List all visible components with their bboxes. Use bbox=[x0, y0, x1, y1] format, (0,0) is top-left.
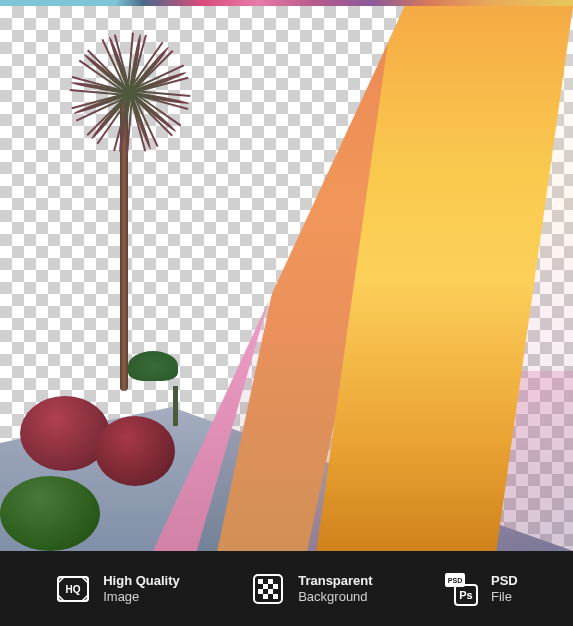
glass-panel-yellow bbox=[316, 6, 573, 551]
svg-rect-5 bbox=[268, 579, 273, 584]
svg-rect-9 bbox=[268, 589, 273, 594]
badge-high-quality: HQ High Quality Image bbox=[55, 571, 180, 607]
badge-hq-line2: Image bbox=[103, 589, 180, 605]
building bbox=[153, 6, 573, 551]
svg-rect-11 bbox=[273, 594, 278, 599]
badge-transparent-line1: Transparent bbox=[298, 573, 372, 589]
bush-red-2 bbox=[95, 416, 175, 486]
svg-rect-10 bbox=[263, 594, 268, 599]
badge-transparent: Transparent Background bbox=[250, 571, 372, 607]
svg-rect-8 bbox=[258, 589, 263, 594]
badge-psd-line2: File bbox=[491, 589, 518, 605]
svg-rect-7 bbox=[273, 584, 278, 589]
palm-fronds bbox=[70, 41, 190, 141]
hq-icon: HQ bbox=[55, 571, 91, 607]
svg-rect-6 bbox=[263, 584, 268, 589]
badge-bar: HQ High Quality Image Transparent Bac bbox=[0, 551, 573, 626]
preview-image bbox=[0, 6, 573, 551]
scene-content bbox=[0, 6, 573, 551]
badge-transparent-line2: Background bbox=[298, 589, 372, 605]
glass-panel-orange bbox=[217, 6, 423, 551]
badge-hq-line1: High Quality bbox=[103, 573, 180, 589]
small-palm bbox=[150, 356, 200, 426]
bush-green bbox=[0, 476, 100, 551]
svg-rect-4 bbox=[258, 579, 263, 584]
badge-psd: PSD Ps PSD File bbox=[443, 571, 518, 607]
ps-label: Ps bbox=[459, 589, 472, 601]
badge-psd-line1: PSD bbox=[491, 573, 518, 589]
psd-icon: PSD Ps bbox=[443, 571, 479, 607]
transparency-icon bbox=[250, 571, 286, 607]
psd-label: PSD bbox=[448, 577, 462, 584]
svg-text:HQ: HQ bbox=[66, 584, 81, 595]
